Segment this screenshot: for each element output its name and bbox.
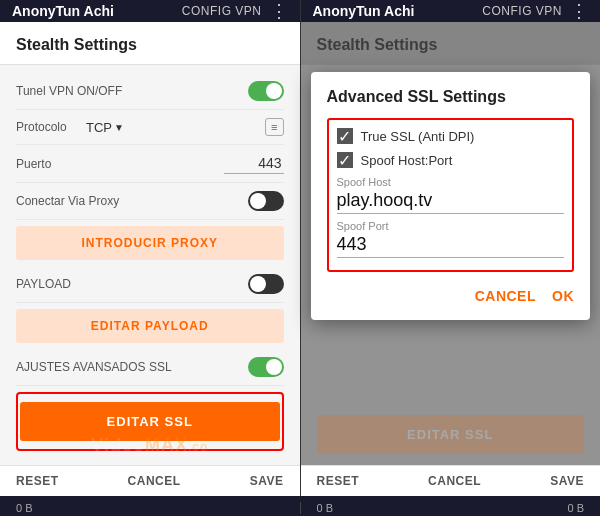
- right-reset-button[interactable]: RESET: [317, 474, 360, 488]
- spoof-host-port-checkbox[interactable]: ✓: [337, 152, 353, 168]
- proxy-button[interactable]: INTRODUCIR PROXY: [16, 226, 284, 260]
- bottom-right: 0 B 0 B: [301, 502, 601, 514]
- left-reset-button[interactable]: RESET: [16, 474, 59, 488]
- right-ssl-btn: EDITAR SSL: [317, 415, 585, 454]
- right-menu-icon[interactable]: ⋮: [570, 0, 588, 22]
- protocolo-label: Protocolo: [16, 120, 86, 134]
- right-top-bar: AnonyTun Achi CONFIG VPN ⋮: [301, 0, 601, 22]
- left-save-button[interactable]: SAVE: [250, 474, 284, 488]
- payload-label: PAYLOAD: [16, 277, 248, 291]
- right-bottom-actions: RESET CANCEL SAVE: [301, 465, 601, 496]
- puerto-label: Puerto: [16, 157, 224, 171]
- right-app-title: AnonyTun Achi: [313, 3, 415, 19]
- tunel-toggle[interactable]: [248, 81, 284, 101]
- left-panel: Stealth Settings Tunel VPN ON/OFF Protoc…: [0, 22, 300, 496]
- left-panel-header: Stealth Settings: [0, 22, 300, 65]
- bottom-left-status: 0 B: [16, 502, 33, 514]
- right-cancel-button[interactable]: CANCEL: [428, 474, 481, 488]
- right-bottom-bg: EDITAR SSL: [301, 409, 601, 460]
- right-panel: Stealth Settings Tunel VPN ON/OFF Advanc…: [301, 22, 601, 496]
- left-config-vpn[interactable]: CONFIG VPN: [182, 4, 262, 18]
- puerto-input[interactable]: [224, 153, 284, 174]
- ssl-row: AJUSTES AVANSADOS SSL: [16, 349, 284, 386]
- spoof-port-value[interactable]: 443: [337, 234, 565, 258]
- proxy-label: Conectar Via Proxy: [16, 194, 248, 208]
- right-config-vpn[interactable]: CONFIG VPN: [482, 4, 562, 18]
- dialog-highlight-box: ✓ True SSL (Anti DPI) ✓ Spoof Host:Port …: [327, 118, 575, 272]
- tunel-row: Tunel VPN ON/OFF: [16, 73, 284, 110]
- left-settings-content: Tunel VPN ON/OFF Protocolo TCP ▼ ≡ Puert…: [0, 65, 300, 465]
- proxy-row: Conectar Via Proxy: [16, 183, 284, 220]
- true-ssl-row[interactable]: ✓ True SSL (Anti DPI): [337, 128, 565, 144]
- tunel-label: Tunel VPN ON/OFF: [16, 84, 248, 98]
- protocolo-select[interactable]: TCP ▼: [86, 120, 124, 135]
- right-save-button[interactable]: SAVE: [550, 474, 584, 488]
- dialog-ok-button[interactable]: OK: [552, 288, 574, 304]
- protocolo-arrow: ▼: [114, 122, 124, 133]
- bottom-bar: 0 B 0 B 0 B: [0, 496, 600, 516]
- payload-toggle[interactable]: [248, 274, 284, 294]
- protocolo-row: Protocolo TCP ▼ ≡: [16, 110, 284, 145]
- spoof-port-field-label: Spoof Port: [337, 220, 565, 232]
- eq-icon[interactable]: ≡: [265, 118, 283, 136]
- bottom-right-status-2: 0 B: [567, 502, 584, 514]
- bottom-left: 0 B: [0, 502, 300, 514]
- puerto-row: Puerto: [16, 145, 284, 183]
- advanced-ssl-dialog: Advanced SSL Settings ✓ True SSL (Anti D…: [311, 72, 591, 320]
- ssl-label: AJUSTES AVANSADOS SSL: [16, 360, 248, 374]
- payload-row: PAYLOAD: [16, 266, 284, 303]
- left-top-bar: AnonyTun Achi CONFIG VPN ⋮: [0, 0, 300, 22]
- ssl-btn-container: EDITAR SSL: [16, 392, 284, 451]
- left-menu-icon[interactable]: ⋮: [270, 0, 288, 22]
- payload-button[interactable]: EDITAR PAYLOAD: [16, 309, 284, 343]
- ssl-button[interactable]: EDITAR SSL: [20, 402, 280, 441]
- spoof-host-port-label: Spoof Host:Port: [361, 153, 453, 168]
- true-ssl-checkbox[interactable]: ✓: [337, 128, 353, 144]
- dialog-actions: CANCEL OK: [327, 288, 575, 304]
- ssl-toggle[interactable]: [248, 357, 284, 377]
- left-app-title: AnonyTun Achi: [12, 3, 114, 19]
- dialog-cancel-button[interactable]: CANCEL: [475, 288, 536, 304]
- dialog-title: Advanced SSL Settings: [327, 88, 575, 106]
- spoof-host-field-label: Spoof Host: [337, 176, 565, 188]
- spoof-host-value[interactable]: play.hooq.tv: [337, 190, 565, 214]
- left-cancel-button[interactable]: CANCEL: [128, 474, 181, 488]
- right-panel-content: Stealth Settings Tunel VPN ON/OFF Advanc…: [301, 22, 601, 496]
- left-panel-title: Stealth Settings: [16, 36, 284, 54]
- left-bottom-actions: RESET CANCEL SAVE: [0, 465, 300, 496]
- true-ssl-label: True SSL (Anti DPI): [361, 129, 475, 144]
- bottom-right-status-1: 0 B: [317, 502, 334, 514]
- spoof-host-port-row[interactable]: ✓ Spoof Host:Port: [337, 152, 565, 168]
- proxy-toggle[interactable]: [248, 191, 284, 211]
- protocolo-value: TCP: [86, 120, 112, 135]
